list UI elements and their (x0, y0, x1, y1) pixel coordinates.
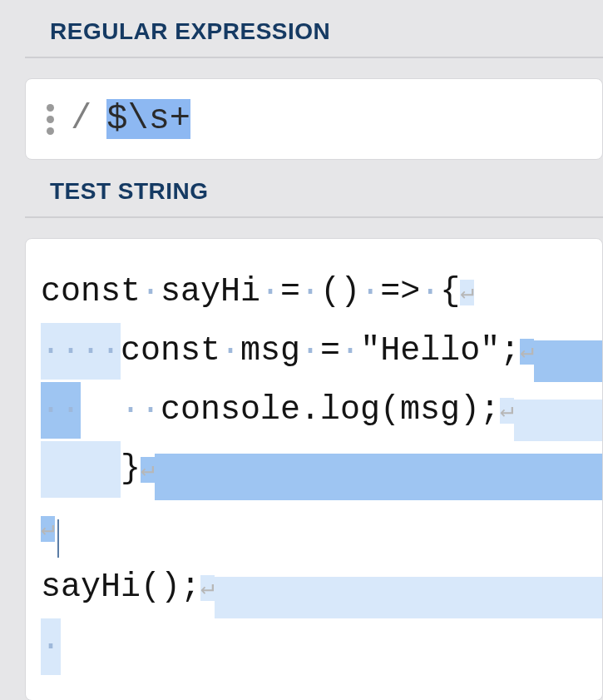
test-string-line: }↵ (41, 441, 602, 500)
newline-glyph: ↵ (41, 516, 55, 542)
test-string-line: ····const·msg·=·"Hello";↵ (41, 323, 602, 382)
regex-token: $ (106, 99, 127, 139)
code-text: = (280, 273, 300, 310)
space-glyph: · (300, 273, 320, 310)
more-vertical-icon[interactable] (44, 104, 56, 135)
leading-whitespace: ·· (81, 391, 161, 429)
code-text: = (320, 332, 340, 370)
match-highlight-tail (155, 454, 603, 500)
code-text: const (41, 273, 141, 310)
regex-input-container: / $\s+ (25, 78, 603, 160)
newline-glyph: ↵ (141, 457, 155, 483)
test-string-line: ↵ (41, 500, 602, 559)
test-string-line: · (41, 618, 602, 675)
code-text: console.log(msg); (161, 391, 500, 429)
newline-glyph: ↵ (520, 339, 534, 365)
section-title-regex: REGULAR EXPRESSION (25, 0, 603, 58)
space-glyph: · (360, 273, 380, 310)
text-cursor (57, 519, 59, 558)
leading-whitespace (41, 441, 121, 498)
newline-glyph: ↵ (200, 575, 215, 601)
leading-whitespace: ···· (41, 323, 121, 380)
leading-whitespace: · (41, 618, 61, 675)
space-glyph: · (260, 273, 280, 310)
space-glyph: · (300, 332, 320, 370)
code-text: sayHi (161, 273, 260, 310)
match-highlight-tail (215, 577, 603, 618)
match-highlight-tail (514, 400, 603, 441)
code-text: { (440, 273, 460, 310)
test-string-line: ·· ··console.log(msg);↵ (41, 382, 602, 441)
test-string-input[interactable]: const·sayHi·=·()·=>·{↵····const·msg·=·"H… (25, 238, 603, 700)
code-text: "Hello"; (360, 332, 520, 370)
test-string-line: sayHi();↵ (41, 559, 602, 618)
code-text: => (380, 273, 420, 310)
regex-token: + (170, 99, 190, 139)
code-text: const (121, 332, 220, 370)
code-text: sayHi(); (41, 568, 200, 606)
space-glyph: · (141, 273, 161, 310)
newline-glyph: ↵ (460, 280, 474, 305)
regex-delimiter: / (71, 99, 91, 139)
space-glyph: · (340, 332, 360, 370)
code-text: } (121, 450, 141, 488)
test-string-line: const·sayHi·=·()·=>·{↵ (41, 264, 602, 323)
leading-whitespace: ·· (41, 382, 81, 439)
space-glyph: · (420, 273, 440, 310)
match-highlight-tail (534, 340, 603, 382)
newline-glyph: ↵ (500, 398, 514, 424)
regex-pattern-input[interactable]: $\s+ (106, 99, 190, 139)
code-text: msg (240, 332, 300, 370)
code-text: () (320, 273, 360, 310)
space-glyph: · (220, 332, 240, 370)
regex-token: \s (127, 99, 169, 139)
section-title-teststring: TEST STRING (25, 160, 603, 218)
